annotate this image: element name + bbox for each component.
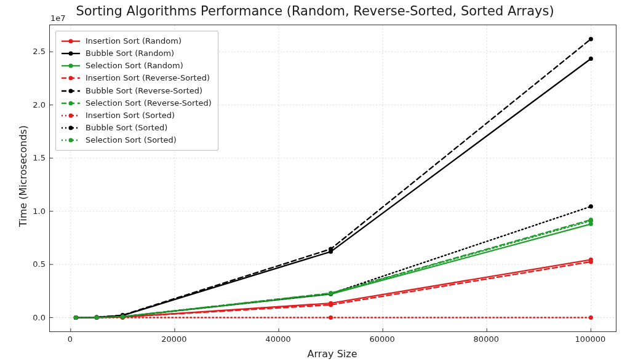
data-point — [589, 57, 593, 61]
legend-swatch-icon — [61, 37, 81, 46]
legend: Insertion Sort (Random)Bubble Sort (Rand… — [55, 31, 218, 151]
svg-point-27 — [69, 52, 73, 56]
series-line — [76, 259, 591, 317]
svg-point-25 — [69, 39, 73, 44]
legend-label: Insertion Sort (Sorted) — [86, 109, 175, 122]
svg-point-39 — [69, 126, 73, 130]
legend-item: Bubble Sort (Random) — [61, 47, 212, 60]
data-point — [589, 315, 593, 320]
series-line — [76, 262, 591, 318]
x-tick-label: 80000 — [474, 334, 499, 344]
figure: Sorting Algorithms Performance (Random, … — [0, 0, 630, 364]
svg-point-29 — [69, 64, 73, 68]
legend-item: Insertion Sort (Sorted) — [61, 109, 212, 122]
data-point — [121, 314, 125, 318]
data-point — [329, 291, 333, 296]
svg-point-41 — [69, 138, 73, 143]
svg-point-33 — [69, 89, 73, 93]
svg-point-35 — [69, 101, 73, 105]
data-point — [329, 247, 333, 251]
series-line — [76, 224, 591, 317]
legend-item: Selection Sort (Reverse-Sorted) — [61, 97, 212, 109]
data-point — [589, 219, 593, 223]
x-tick-label: 100000 — [575, 334, 606, 344]
x-axis-label: Array Size — [271, 348, 394, 360]
y-tick-label: 2.5 — [28, 47, 46, 56]
legend-swatch-icon — [61, 87, 81, 95]
data-point — [589, 204, 593, 208]
data-point — [329, 315, 333, 320]
legend-item: Insertion Sort (Reverse-Sorted) — [61, 72, 212, 84]
legend-swatch-icon — [61, 74, 81, 82]
data-point — [329, 303, 333, 307]
y-tick-label: 0.5 — [28, 259, 46, 269]
legend-swatch-icon — [61, 136, 81, 144]
legend-item: Selection Sort (Sorted) — [61, 134, 212, 146]
x-tick-label: 0 — [68, 334, 73, 344]
data-point — [74, 315, 78, 320]
legend-label: Insertion Sort (Random) — [86, 35, 181, 47]
y-tick-label: 2.0 — [28, 100, 46, 109]
svg-point-31 — [69, 76, 73, 81]
legend-item: Insertion Sort (Random) — [61, 35, 212, 47]
legend-label: Bubble Sort (Random) — [86, 47, 174, 60]
legend-label: Selection Sort (Sorted) — [86, 134, 177, 146]
data-point — [95, 315, 99, 320]
y-axis-exponent: 1e7 — [50, 14, 66, 23]
legend-label: Selection Sort (Reverse-Sorted) — [86, 97, 212, 109]
legend-label: Bubble Sort (Sorted) — [86, 122, 167, 134]
legend-label: Selection Sort (Random) — [86, 60, 183, 72]
legend-swatch-icon — [61, 61, 81, 70]
y-tick-label: 0.0 — [28, 312, 46, 322]
series-line — [76, 207, 591, 318]
x-tick-label: 20000 — [161, 334, 186, 344]
legend-item: Bubble Sort (Reverse-Sorted) — [61, 85, 212, 97]
legend-item: Bubble Sort (Sorted) — [61, 122, 212, 134]
y-tick-label: 1.5 — [28, 153, 46, 162]
legend-item: Selection Sort (Random) — [61, 60, 212, 72]
legend-label: Insertion Sort (Reverse-Sorted) — [86, 72, 210, 84]
legend-swatch-icon — [61, 99, 81, 108]
data-point — [589, 37, 593, 41]
legend-swatch-icon — [61, 124, 81, 132]
legend-swatch-icon — [61, 111, 81, 120]
svg-point-37 — [69, 113, 73, 117]
y-tick-label: 1.0 — [28, 206, 46, 215]
y-axis-label: Time (Microseconds) — [17, 125, 29, 227]
legend-swatch-icon — [61, 49, 81, 58]
x-tick-label: 60000 — [369, 334, 394, 344]
data-point — [589, 259, 593, 264]
chart-title: Sorting Algorithms Performance (Random, … — [0, 4, 630, 18]
legend-label: Bubble Sort (Reverse-Sorted) — [86, 85, 202, 97]
x-tick-label: 40000 — [265, 334, 290, 344]
